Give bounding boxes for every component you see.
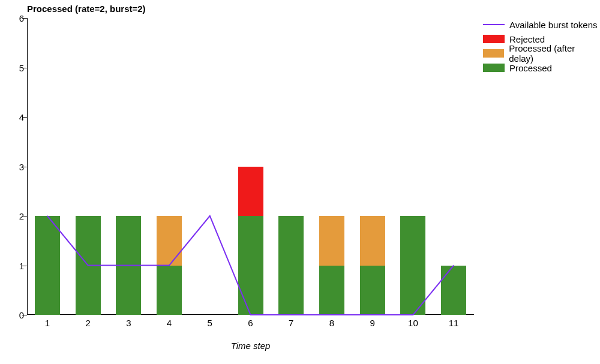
y-tick-label: 6 <box>6 13 24 23</box>
y-tick-label: 4 <box>6 112 24 122</box>
plot-area <box>27 18 474 315</box>
legend-swatch-icon <box>483 64 505 72</box>
y-tick <box>22 117 27 118</box>
y-tick <box>22 68 27 68</box>
x-tick-label: 8 <box>329 318 334 328</box>
x-tick-label: 5 <box>208 318 212 328</box>
y-tick <box>22 18 27 19</box>
legend-item: Available burst tokens <box>483 18 600 31</box>
x-tick-label: 4 <box>167 318 172 328</box>
legend-item: Processed (after delay) <box>483 47 600 60</box>
x-axis-tick-labels: 1234567891011 <box>27 318 474 333</box>
x-tick-label: 9 <box>370 318 375 328</box>
x-tick-label: 1 <box>45 318 50 328</box>
chart-container: Processed (rate=2, burst=2) 0123456 1234… <box>0 0 600 364</box>
x-axis-title: Time step <box>27 341 474 351</box>
y-tick-label: 5 <box>6 62 24 73</box>
y-tick-label: 0 <box>6 310 24 320</box>
y-tick-label: 1 <box>6 260 24 270</box>
x-tick-label: 6 <box>248 318 253 328</box>
line-layer <box>27 18 474 315</box>
legend-line-icon <box>483 20 505 29</box>
y-tick <box>22 216 27 216</box>
legend-label: Rejected <box>509 34 545 44</box>
legend-label: Processed (after delay) <box>509 43 600 64</box>
y-tick <box>22 315 27 315</box>
legend-swatch-icon <box>483 35 505 43</box>
legend: Available burst tokensRejectedProcessed … <box>483 18 600 76</box>
y-tick <box>22 266 27 266</box>
x-tick-label: 10 <box>408 318 418 328</box>
x-tick-label: 11 <box>449 318 459 328</box>
legend-label: Processed <box>509 63 552 73</box>
x-tick-label: 7 <box>289 318 293 328</box>
y-tick-label: 3 <box>6 161 24 172</box>
x-tick-label: 3 <box>126 318 131 328</box>
chart-title: Processed (rate=2, burst=2) <box>27 4 146 14</box>
burst-token-line <box>47 216 454 315</box>
y-tick <box>22 167 27 167</box>
legend-swatch-icon <box>483 49 504 58</box>
legend-label: Available burst tokens <box>509 20 597 30</box>
y-tick-label: 2 <box>6 211 24 221</box>
x-tick-label: 2 <box>85 318 90 328</box>
